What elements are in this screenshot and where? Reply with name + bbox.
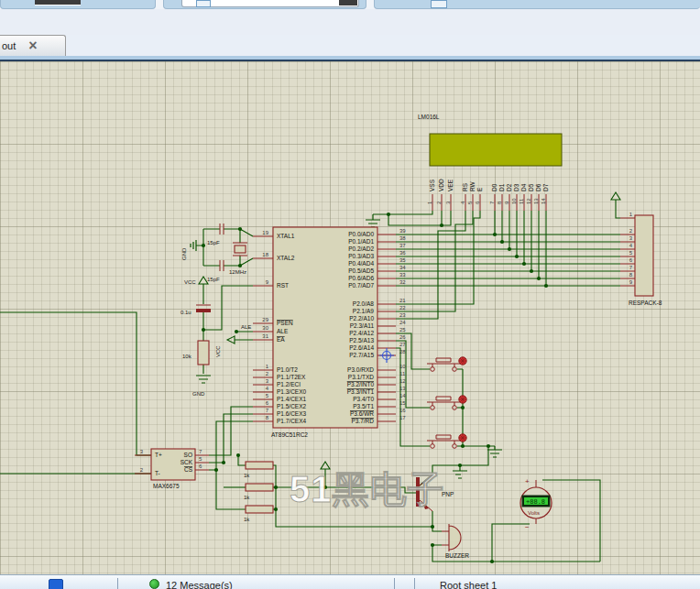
- toolbar-square-icon-2: [431, 0, 447, 8]
- svg-text:P1.7/CEX4: P1.7/CEX4: [277, 418, 307, 424]
- cursor-crosshair: [379, 348, 394, 363]
- capacitor-c1[interactable]: 15pF: [207, 224, 224, 245]
- svg-text:5: 5: [629, 250, 633, 256]
- button-actuator-icon[interactable]: [459, 396, 466, 403]
- svg-text:7: 7: [629, 265, 633, 270]
- svg-text:4: 4: [266, 386, 269, 391]
- svg-text:19: 19: [262, 230, 268, 235]
- svg-text:D6: D6: [535, 183, 541, 191]
- gnd-label-2: GND: [192, 391, 205, 397]
- svg-text:2: 2: [266, 371, 269, 376]
- resistor-10k[interactable]: 10k: [182, 341, 209, 365]
- svg-text:T-: T-: [155, 470, 160, 476]
- svg-text:30: 30: [262, 325, 268, 331]
- svg-text:P3.1/TXD: P3.1/TXD: [348, 374, 374, 380]
- svg-text:T+: T+: [155, 452, 162, 458]
- svg-text:D1: D1: [498, 183, 505, 191]
- svg-text:9: 9: [504, 201, 509, 204]
- status-separator-3: [414, 578, 415, 589]
- status-bar: 12 Message(s) Root sheet 1: [0, 574, 700, 589]
- crystal-12mhz[interactable]: 12MHz: [229, 243, 247, 275]
- svg-text:RW: RW: [469, 180, 476, 191]
- schematic-canvas[interactable]: 19XTAL118XTAL29RST29PSEN30ALE31EA1P1.0/T…: [0, 61, 700, 574]
- svg-text:14: 14: [541, 198, 546, 204]
- svg-text:31: 31: [262, 333, 268, 339]
- voltmeter-reading: +88.8: [526, 498, 545, 506]
- svg-text:12: 12: [526, 198, 531, 204]
- voltmeter-plus: +: [525, 477, 530, 485]
- svg-text:36: 36: [399, 250, 406, 256]
- svg-text:P2.3/A11: P2.3/A11: [350, 322, 375, 329]
- title-area: [0, 9, 700, 35]
- voltmeter[interactable]: +88.8 Volts + −: [520, 477, 552, 531]
- svg-text:21: 21: [399, 298, 406, 303]
- message-status-icon[interactable]: [149, 579, 159, 589]
- voltmeter-label: Volts: [528, 510, 540, 516]
- button-actuator-icon[interactable]: [459, 357, 466, 365]
- svg-text:E: E: [476, 187, 483, 191]
- svg-text:6: 6: [199, 464, 202, 469]
- svg-text:26: 26: [399, 334, 406, 340]
- svg-text:10: 10: [399, 364, 406, 369]
- c3-plate: [196, 309, 211, 312]
- svg-text:P3.0/RXD: P3.0/RXD: [347, 366, 374, 373]
- svg-text:1: 1: [427, 201, 432, 204]
- svg-text:VEE: VEE: [447, 179, 454, 191]
- ale-label: ALE: [241, 324, 251, 330]
- respack-8[interactable]: 123456789 RESPACK-8: [620, 212, 662, 306]
- capacitor-c3[interactable]: 0.1u: [180, 305, 211, 315]
- buzzer[interactable]: BUZZER: [442, 524, 469, 559]
- svg-text:15: 15: [399, 400, 406, 406]
- svg-text:PSEN: PSEN: [277, 320, 293, 326]
- tab-close-icon[interactable]: ×: [28, 41, 37, 50]
- button-actuator-icon[interactable]: [459, 434, 466, 442]
- svg-text:P3.5/T1: P3.5/T1: [353, 403, 374, 409]
- svg-text:ALE: ALE: [277, 328, 289, 334]
- svg-text:9: 9: [629, 279, 633, 285]
- svg-text:8: 8: [266, 415, 269, 420]
- resistor-1k-2[interactable]: 1k: [244, 484, 273, 500]
- svg-text:11: 11: [399, 371, 406, 376]
- c3-value: 0.1u: [180, 310, 191, 315]
- status-messages[interactable]: 12 Message(s): [166, 580, 233, 589]
- svg-text:CS: CS: [184, 466, 193, 473]
- resistor-1k-1[interactable]: 1k: [244, 462, 273, 478]
- toolbar-dark-box-1: [35, 0, 81, 5]
- svg-text:18: 18: [262, 252, 268, 257]
- gnd-label-1: GND: [181, 247, 187, 260]
- toolbar-dark-box-2: [339, 0, 357, 6]
- svg-text:33: 33: [399, 272, 406, 278]
- svg-text:24: 24: [399, 320, 406, 325]
- lcd-lm016l[interactable]: LM016L VSS1VDD2VEE3RS4RW5E6D07D18D29D310…: [418, 114, 562, 211]
- vcc-label-1: VCC: [184, 279, 196, 285]
- push-buttons[interactable]: [427, 357, 466, 449]
- svg-text:3: 3: [445, 201, 451, 204]
- svg-text:3: 3: [140, 449, 144, 454]
- svg-text:22: 22: [399, 305, 406, 311]
- svg-text:3: 3: [266, 378, 269, 384]
- svg-text:XTAL1: XTAL1: [277, 233, 295, 239]
- svg-text:XTAL2: XTAL2: [277, 255, 295, 261]
- svg-text:11: 11: [519, 198, 524, 204]
- svg-text:38: 38: [399, 235, 406, 241]
- svg-text:P2.1/A9: P2.1/A9: [353, 308, 375, 314]
- svg-text:6: 6: [266, 400, 269, 406]
- svg-text:SCK: SCK: [180, 459, 193, 465]
- svg-text:7: 7: [266, 408, 269, 413]
- tab-schematic[interactable]: out ×: [0, 35, 66, 56]
- svg-text:SO: SO: [184, 452, 192, 458]
- svg-text:VDD: VDD: [438, 179, 444, 191]
- svg-text:8: 8: [497, 201, 502, 204]
- mcu-at89c51[interactable]: 19XTAL118XTAL29RST29PSEN30ALE31EA1P1.0/T…: [253, 227, 406, 438]
- status-separator-2: [394, 578, 395, 589]
- resistor-1k-3[interactable]: 1k: [244, 506, 273, 522]
- svg-text:P1.5/CEX2: P1.5/CEX2: [277, 403, 307, 409]
- svg-text:P0.6/AD6: P0.6/AD6: [348, 275, 374, 281]
- mcu-part-label: AT89C51RC2: [271, 431, 308, 438]
- svg-text:P3.6/WR: P3.6/WR: [350, 410, 374, 417]
- svg-text:10: 10: [511, 198, 517, 204]
- max6675[interactable]: 3T+2T-7SO5SCK6CS MAX6675: [135, 449, 209, 489]
- svg-text:VSS: VSS: [429, 179, 435, 191]
- svg-text:P3.4/T0: P3.4/T0: [353, 396, 374, 402]
- capacitor-c2[interactable]: 15pF: [207, 260, 224, 282]
